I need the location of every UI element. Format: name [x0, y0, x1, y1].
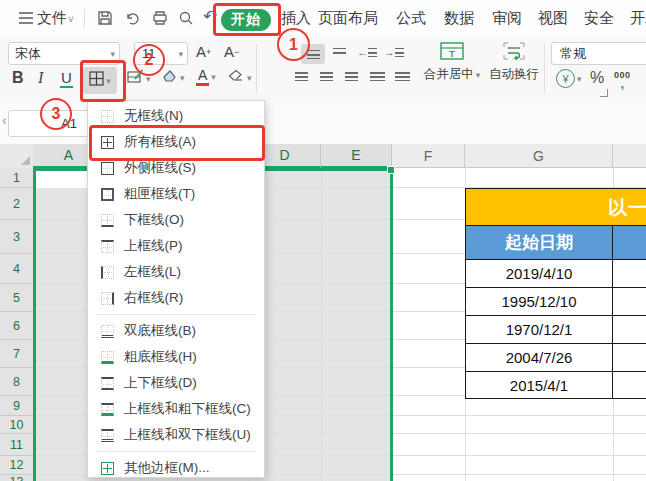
- row-header-5[interactable]: 5: [0, 284, 33, 312]
- merge-center-button[interactable]: T 合并居中▾: [420, 42, 484, 96]
- table-title-cell[interactable]: 以一年: [465, 188, 646, 226]
- tab-data[interactable]: 数据: [444, 9, 474, 28]
- chevron-down-icon[interactable]: ˅: [68, 14, 74, 25]
- row-header-11[interactable]: 11: [0, 434, 33, 456]
- fill-color-button[interactable]: ▾: [161, 68, 185, 88]
- menu-bar: 文件 ˅ ↶ 开始 插入 页面布局 公式 数据 审阅 视图 安全 开发工具: [0, 0, 646, 36]
- tab-formulas[interactable]: 公式: [396, 9, 426, 28]
- header-col2[interactable]: [613, 226, 646, 260]
- align-center-button[interactable]: [320, 72, 333, 81]
- align-middle-button[interactable]: [333, 48, 346, 54]
- number-format-value: 常规: [560, 45, 586, 63]
- align-right-button[interactable]: [345, 72, 358, 81]
- tab-review[interactable]: 审阅: [492, 9, 522, 28]
- menu-item-left-border[interactable]: 左框线(L): [88, 259, 264, 285]
- chevron-down-icon[interactable]: ▾: [247, 73, 252, 83]
- date-cell[interactable]: 1970/12/1: [465, 316, 613, 344]
- menu-item-right-border[interactable]: 右框线(R): [88, 285, 264, 311]
- menu-item-more-borders[interactable]: 其他边框(M)...: [88, 455, 264, 481]
- border-thick-bottom-icon: [101, 351, 114, 364]
- tab-page-layout[interactable]: 页面布局: [318, 9, 378, 28]
- chevron-down-icon[interactable]: ▾: [211, 72, 216, 82]
- column-header-e[interactable]: E: [321, 144, 392, 168]
- number-format-combobox[interactable]: 常规: [551, 42, 646, 65]
- menu-item-double-bottom-border[interactable]: 双底框线(B): [88, 318, 264, 344]
- comma-icon: ,: [620, 76, 624, 91]
- align-left-icon: [295, 72, 308, 81]
- date-cell[interactable]: 2004/7/26: [465, 344, 613, 372]
- menu-item-bottom-border[interactable]: 下框线(O): [88, 207, 264, 233]
- font-color-button[interactable]: A ▾: [196, 68, 216, 86]
- collapse-left-icon[interactable]: ‹: [2, 112, 7, 128]
- row-header-2[interactable]: 2: [0, 188, 33, 220]
- print-icon[interactable]: [150, 8, 170, 28]
- menu-item-top-double-bottom-border[interactable]: 上框线和双下框线(U): [88, 422, 264, 448]
- justify-button[interactable]: [370, 72, 385, 81]
- decrease-indent-button[interactable]: ←: [357, 46, 377, 58]
- decrease-font-button[interactable]: A−: [224, 43, 239, 60]
- empty-cell[interactable]: [613, 316, 646, 344]
- export-icon[interactable]: [123, 8, 143, 28]
- hamburger-menu-icon[interactable]: [16, 8, 36, 28]
- border-thick-box-icon: [101, 188, 114, 201]
- table-title: 以一年: [608, 195, 646, 221]
- menu-item-top-border[interactable]: 上框线(P): [88, 233, 264, 259]
- table-row: 2019/4/10: [465, 260, 646, 288]
- select-all-corner[interactable]: [0, 144, 34, 169]
- italic-button[interactable]: I: [38, 69, 43, 87]
- empty-cell[interactable]: [613, 260, 646, 288]
- wrap-text-button[interactable]: 自动换行: [488, 42, 540, 96]
- header-start-date[interactable]: 起始日期: [465, 226, 613, 260]
- selection-border-left: [33, 168, 36, 481]
- chevron-down-icon[interactable]: ▾: [174, 49, 187, 59]
- row-header-7[interactable]: 7: [0, 340, 33, 368]
- row-header-13[interactable]: 13: [0, 475, 33, 481]
- chevron-down-icon[interactable]: ▾: [106, 49, 119, 59]
- file-menu[interactable]: 文件: [37, 9, 67, 28]
- column-header-h[interactable]: [613, 144, 646, 168]
- print-preview-icon[interactable]: [176, 8, 196, 28]
- eraser-icon: [228, 69, 245, 87]
- tab-insert[interactable]: 插入: [281, 9, 311, 28]
- menu-item-thick-box-border[interactable]: 粗匣框线(T): [88, 181, 264, 207]
- border-left-icon: [101, 266, 114, 279]
- chevron-down-icon[interactable]: ▾: [476, 70, 481, 80]
- bold-button[interactable]: B: [12, 69, 24, 87]
- distribute-button[interactable]: [395, 72, 410, 81]
- date-cell[interactable]: 2019/4/10: [465, 260, 613, 288]
- row-header-4[interactable]: 4: [0, 254, 33, 284]
- row-header-3[interactable]: 3: [0, 220, 33, 254]
- row-header-9[interactable]: 9: [0, 396, 33, 416]
- selection-fill-handle[interactable]: [387, 166, 395, 174]
- empty-cell[interactable]: [613, 344, 646, 372]
- underline-button[interactable]: U: [60, 69, 73, 88]
- row-header-6[interactable]: 6: [0, 312, 33, 340]
- empty-cell[interactable]: [613, 372, 646, 399]
- thousands-format-button[interactable]: 000 ,: [614, 69, 631, 88]
- row-header-10[interactable]: 10: [0, 416, 33, 434]
- percent-format-button[interactable]: %: [590, 69, 604, 87]
- chevron-down-icon[interactable]: ▾: [577, 74, 582, 84]
- date-cell[interactable]: 2015/4/1: [465, 372, 613, 399]
- currency-format-button[interactable]: ¥ ▾: [556, 69, 582, 88]
- menu-item-top-thick-bottom-border[interactable]: 上框线和粗下框线(C): [88, 396, 264, 422]
- save-icon[interactable]: [95, 8, 115, 28]
- menu-item-top-bottom-border[interactable]: 上下框线(D): [88, 370, 264, 396]
- eraser-button[interactable]: ▾: [228, 69, 252, 87]
- increase-font-button[interactable]: A+: [196, 43, 211, 60]
- empty-cell[interactable]: [613, 288, 646, 316]
- tab-developer[interactable]: 开发工具: [630, 9, 646, 28]
- menu-item-thick-bottom-border[interactable]: 粗底框线(H): [88, 344, 264, 370]
- tab-view[interactable]: 视图: [538, 9, 568, 28]
- row-header-1[interactable]: 1: [0, 168, 33, 188]
- dialog-launcher-icon[interactable]: [600, 89, 608, 97]
- row-header-8[interactable]: 8: [0, 368, 33, 396]
- column-header-g[interactable]: G: [465, 144, 613, 168]
- tab-security[interactable]: 安全: [584, 9, 614, 28]
- align-left-button[interactable]: [295, 72, 308, 81]
- increase-indent-button[interactable]: →: [384, 46, 404, 58]
- column-header-f[interactable]: F: [392, 144, 465, 168]
- date-cell[interactable]: 1995/12/10: [465, 288, 613, 316]
- row-header-12[interactable]: 12: [0, 456, 33, 475]
- chevron-down-icon[interactable]: ▾: [180, 73, 185, 83]
